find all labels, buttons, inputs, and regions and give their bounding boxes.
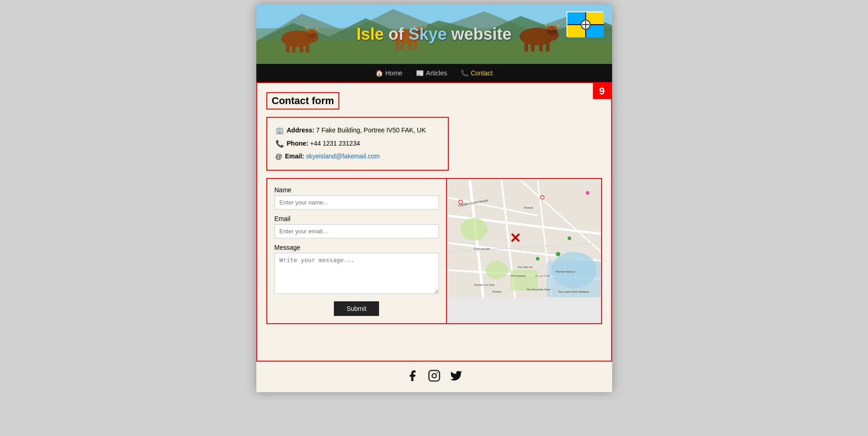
bottom-space bbox=[266, 324, 602, 352]
svg-point-67 bbox=[535, 257, 539, 260]
svg-rect-58 bbox=[510, 270, 538, 290]
map-svg: ✕ Captain Guest House Portree Free car p… bbox=[447, 179, 601, 298]
facebook-link[interactable] bbox=[406, 369, 419, 385]
submit-button[interactable]: Submit bbox=[334, 301, 379, 316]
banner-title: Isle of Skye website bbox=[356, 25, 511, 44]
name-input[interactable] bbox=[275, 195, 439, 210]
svg-rect-5 bbox=[286, 43, 290, 53]
svg-point-68 bbox=[567, 236, 571, 240]
svg-rect-3 bbox=[256, 41, 612, 64]
articles-icon: 📰 bbox=[416, 69, 424, 77]
svg-point-14 bbox=[307, 29, 317, 34]
svg-text:Portree Car Park: Portree Car Park bbox=[474, 284, 494, 286]
svg-rect-8 bbox=[306, 43, 309, 53]
svg-point-57 bbox=[485, 261, 508, 279]
two-column-layout: Name Email Message Submit bbox=[266, 178, 602, 324]
contact-form-title: Contact form bbox=[266, 92, 340, 110]
svg-point-64 bbox=[541, 196, 543, 199]
message-label: Message bbox=[275, 244, 439, 251]
svg-point-83 bbox=[437, 372, 438, 373]
map-column: ✕ Captain Guest House Portree Free car p… bbox=[447, 178, 602, 324]
email-label: Email bbox=[275, 215, 439, 222]
address-row: 🏢 Address: 7 Fake Building, Portree IV50… bbox=[275, 124, 440, 137]
email-group: Email bbox=[275, 215, 439, 238]
email-label: Email: skyeisland@fakemail.com bbox=[285, 150, 380, 163]
title-of: of bbox=[384, 25, 408, 43]
email-row: @ Email: skyeisland@fakemail.com bbox=[275, 150, 440, 163]
home-icon: 🏠 bbox=[375, 69, 383, 77]
page-wrapper: Isle of Skye website 🏠 Home bbox=[256, 5, 612, 392]
nav-contact-label: Contact bbox=[471, 69, 493, 77]
message-textarea[interactable] bbox=[275, 253, 439, 294]
svg-point-36 bbox=[546, 26, 558, 30]
nav-home-label: Home bbox=[385, 69, 402, 77]
email-input[interactable] bbox=[275, 224, 439, 238]
email-icon: @ bbox=[275, 150, 282, 163]
banner: Isle of Skye website bbox=[256, 5, 612, 64]
phone-row: 📞 Phone: +44 1231 231234 bbox=[275, 137, 440, 151]
svg-text:Free car park: Free car park bbox=[474, 247, 490, 250]
svg-rect-27 bbox=[525, 42, 528, 52]
name-label: Name bbox=[275, 186, 439, 194]
svg-point-66 bbox=[556, 252, 560, 256]
address-box: 🏢 Address: 7 Fake Building, Portree IV50… bbox=[266, 117, 449, 171]
svg-point-65 bbox=[586, 191, 589, 194]
svg-rect-6 bbox=[292, 43, 296, 53]
svg-rect-7 bbox=[300, 43, 303, 53]
svg-text:The Lower Deck Seafood: The Lower Deck Seafood bbox=[558, 290, 588, 293]
svg-text:Portree: Portree bbox=[492, 290, 501, 293]
email-link[interactable]: skyeisland@fakemail.com bbox=[306, 152, 380, 160]
footer bbox=[256, 362, 612, 392]
svg-text:Portree Harbour: Portree Harbour bbox=[556, 270, 575, 273]
address-icon: 🏢 bbox=[275, 124, 284, 137]
flag-icon bbox=[567, 11, 603, 37]
phone-label: Phone: +44 1231 231234 bbox=[287, 137, 360, 150]
svg-text:The Granary: The Granary bbox=[510, 274, 525, 277]
svg-rect-30 bbox=[546, 42, 550, 52]
title-skye: Skye bbox=[408, 25, 447, 43]
svg-rect-28 bbox=[531, 42, 535, 52]
title-isle: Isle bbox=[356, 25, 384, 43]
main-content: 9 Contact form 🏢 Address: 7 Fake Buildin… bbox=[256, 82, 612, 362]
instagram-link[interactable] bbox=[428, 369, 441, 385]
twitter-link[interactable] bbox=[450, 369, 463, 385]
navbar: 🏠 Home 📰 Articles 📞 Contact bbox=[256, 64, 612, 82]
svg-point-82 bbox=[432, 373, 436, 378]
badge-9: 9 bbox=[593, 83, 611, 99]
nav-contact[interactable]: 📞 Contact bbox=[461, 69, 493, 77]
svg-text:The Rosedale Hotel: The Rosedale Hotel bbox=[526, 288, 550, 291]
svg-point-56 bbox=[460, 218, 488, 241]
address-label: Address: 7 Fake Building, Portree IV50 F… bbox=[287, 124, 426, 137]
contact-icon: 📞 bbox=[461, 69, 468, 77]
message-group: Message bbox=[275, 244, 439, 296]
svg-text:✕: ✕ bbox=[509, 230, 520, 245]
svg-rect-81 bbox=[429, 370, 439, 381]
svg-text:The Isles Inn: The Isles Inn bbox=[517, 265, 533, 268]
svg-rect-29 bbox=[539, 42, 543, 52]
svg-text:Co-op Food: Co-op Food bbox=[535, 274, 549, 277]
name-group: Name bbox=[275, 186, 439, 210]
phone-icon: 📞 bbox=[275, 137, 284, 151]
nav-articles[interactable]: 📰 Articles bbox=[416, 69, 447, 77]
title-website: website bbox=[447, 25, 512, 43]
svg-text:Portree: Portree bbox=[524, 206, 533, 209]
nav-home[interactable]: 🏠 Home bbox=[375, 69, 402, 77]
nav-articles-label: Articles bbox=[426, 69, 447, 77]
form-column: Name Email Message Submit bbox=[266, 178, 447, 324]
